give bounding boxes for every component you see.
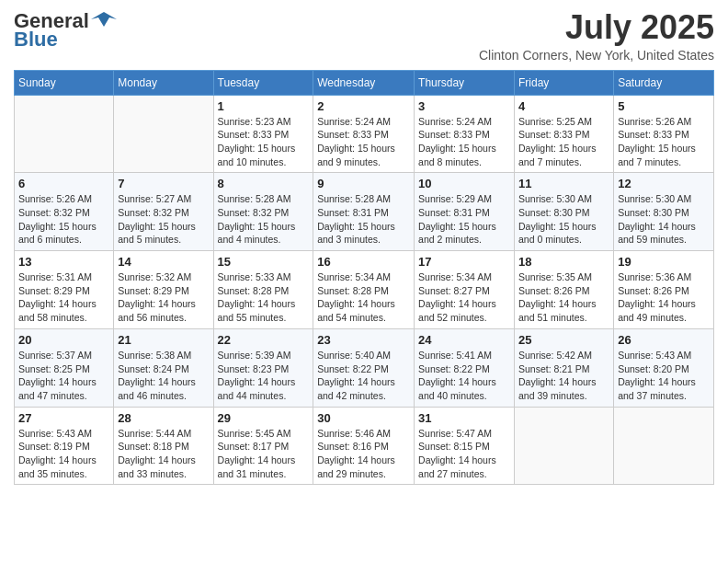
weekday-header-cell: Sunday — [15, 70, 114, 95]
day-number: 22 — [218, 333, 310, 347]
day-info: Sunrise: 5:23 AMSunset: 8:33 PMDaylight:… — [218, 115, 310, 169]
day-number: 23 — [317, 333, 410, 347]
calendar-cell: 13Sunrise: 5:31 AMSunset: 8:29 PMDayligh… — [15, 251, 114, 329]
day-number: 12 — [618, 177, 710, 190]
day-info: Sunrise: 5:38 AMSunset: 8:24 PMDaylight:… — [118, 349, 209, 403]
day-info: Sunrise: 5:28 AMSunset: 8:31 PMDaylight:… — [317, 192, 410, 247]
day-info: Sunrise: 5:40 AMSunset: 8:22 PMDaylight:… — [317, 349, 410, 403]
day-number: 4 — [518, 99, 609, 113]
calendar-cell: 8Sunrise: 5:28 AMSunset: 8:32 PMDaylight… — [213, 173, 313, 251]
page-header: General Blue July 2025 Clinton Corners, … — [14, 9, 714, 63]
calendar-cell: 11Sunrise: 5:30 AMSunset: 8:30 PMDayligh… — [514, 173, 613, 251]
calendar-row: 13Sunrise: 5:31 AMSunset: 8:29 PMDayligh… — [15, 251, 714, 329]
day-info: Sunrise: 5:43 AMSunset: 8:19 PMDaylight:… — [18, 427, 109, 481]
logo-bird-icon — [91, 10, 117, 29]
day-info: Sunrise: 5:26 AMSunset: 8:33 PMDaylight:… — [618, 115, 710, 169]
weekday-header-cell: Thursday — [415, 70, 515, 95]
day-number: 16 — [317, 255, 410, 269]
day-number: 3 — [418, 99, 510, 113]
calendar-table: SundayMondayTuesdayWednesdayThursdayFrid… — [14, 70, 714, 486]
day-number: 15 — [218, 255, 310, 269]
day-info: Sunrise: 5:24 AMSunset: 8:33 PMDaylight:… — [418, 115, 510, 169]
day-info: Sunrise: 5:27 AMSunset: 8:32 PMDaylight:… — [118, 192, 209, 247]
day-info: Sunrise: 5:32 AMSunset: 8:29 PMDaylight:… — [118, 270, 209, 325]
calendar-cell: 9Sunrise: 5:28 AMSunset: 8:31 PMDaylight… — [313, 173, 415, 251]
day-number: 17 — [418, 255, 510, 269]
day-number: 18 — [518, 255, 609, 269]
calendar-cell: 22Sunrise: 5:39 AMSunset: 8:23 PMDayligh… — [213, 328, 313, 407]
calendar-cell: 26Sunrise: 5:43 AMSunset: 8:20 PMDayligh… — [614, 328, 714, 407]
calendar-cell: 19Sunrise: 5:36 AMSunset: 8:26 PMDayligh… — [614, 251, 714, 329]
calendar-cell: 27Sunrise: 5:43 AMSunset: 8:19 PMDayligh… — [15, 407, 114, 485]
weekday-header-cell: Saturday — [614, 70, 714, 95]
day-info: Sunrise: 5:41 AMSunset: 8:22 PMDaylight:… — [418, 349, 510, 403]
day-info: Sunrise: 5:33 AMSunset: 8:28 PMDaylight:… — [218, 270, 310, 325]
day-info: Sunrise: 5:30 AMSunset: 8:30 PMDaylight:… — [518, 192, 609, 247]
day-info: Sunrise: 5:44 AMSunset: 8:18 PMDaylight:… — [118, 427, 209, 481]
day-number: 13 — [18, 255, 109, 269]
day-info: Sunrise: 5:39 AMSunset: 8:23 PMDaylight:… — [218, 349, 310, 403]
calendar-cell: 30Sunrise: 5:46 AMSunset: 8:16 PMDayligh… — [313, 407, 415, 485]
calendar-cell — [114, 95, 213, 173]
calendar-cell — [514, 407, 613, 485]
calendar-row: 6Sunrise: 5:26 AMSunset: 8:32 PMDaylight… — [15, 173, 714, 251]
calendar-cell: 14Sunrise: 5:32 AMSunset: 8:29 PMDayligh… — [114, 251, 213, 329]
day-number: 24 — [418, 333, 510, 347]
day-number: 8 — [218, 177, 310, 190]
day-number: 14 — [118, 255, 209, 269]
day-info: Sunrise: 5:26 AMSunset: 8:32 PMDaylight:… — [18, 192, 109, 247]
day-info: Sunrise: 5:34 AMSunset: 8:27 PMDaylight:… — [418, 270, 510, 325]
day-number: 20 — [18, 333, 109, 347]
calendar-cell: 5Sunrise: 5:26 AMSunset: 8:33 PMDaylight… — [614, 95, 714, 173]
title-area: July 2025 Clinton Corners, New York, Uni… — [479, 9, 714, 63]
weekday-header-cell: Monday — [114, 70, 213, 95]
logo: General Blue — [14, 9, 117, 52]
day-info: Sunrise: 5:47 AMSunset: 8:15 PMDaylight:… — [418, 427, 510, 481]
calendar-cell: 15Sunrise: 5:33 AMSunset: 8:28 PMDayligh… — [213, 251, 313, 329]
weekday-header-cell: Friday — [514, 70, 613, 95]
calendar-cell: 29Sunrise: 5:45 AMSunset: 8:17 PMDayligh… — [213, 407, 313, 485]
day-info: Sunrise: 5:37 AMSunset: 8:25 PMDaylight:… — [18, 349, 109, 403]
day-info: Sunrise: 5:25 AMSunset: 8:33 PMDaylight:… — [518, 115, 609, 169]
calendar-cell: 3Sunrise: 5:24 AMSunset: 8:33 PMDaylight… — [415, 95, 515, 173]
day-info: Sunrise: 5:28 AMSunset: 8:32 PMDaylight:… — [218, 192, 310, 247]
calendar-cell: 7Sunrise: 5:27 AMSunset: 8:32 PMDaylight… — [114, 173, 213, 251]
day-number: 9 — [317, 177, 410, 190]
day-info: Sunrise: 5:46 AMSunset: 8:16 PMDaylight:… — [317, 427, 410, 481]
day-info: Sunrise: 5:30 AMSunset: 8:30 PMDaylight:… — [618, 192, 710, 247]
calendar-cell: 12Sunrise: 5:30 AMSunset: 8:30 PMDayligh… — [614, 173, 714, 251]
day-number: 2 — [317, 99, 410, 113]
calendar-body: 1Sunrise: 5:23 AMSunset: 8:33 PMDaylight… — [15, 95, 714, 485]
calendar-cell: 1Sunrise: 5:23 AMSunset: 8:33 PMDaylight… — [213, 95, 313, 173]
day-number: 26 — [618, 333, 710, 347]
calendar-cell: 25Sunrise: 5:42 AMSunset: 8:21 PMDayligh… — [514, 328, 613, 407]
day-info: Sunrise: 5:24 AMSunset: 8:33 PMDaylight:… — [317, 115, 410, 169]
calendar-cell: 16Sunrise: 5:34 AMSunset: 8:28 PMDayligh… — [313, 251, 415, 329]
calendar-row: 27Sunrise: 5:43 AMSunset: 8:19 PMDayligh… — [15, 407, 714, 485]
day-info: Sunrise: 5:34 AMSunset: 8:28 PMDaylight:… — [317, 270, 410, 325]
day-info: Sunrise: 5:29 AMSunset: 8:31 PMDaylight:… — [418, 192, 510, 247]
day-number: 27 — [18, 411, 109, 425]
calendar-cell: 4Sunrise: 5:25 AMSunset: 8:33 PMDaylight… — [514, 95, 613, 173]
calendar-row: 1Sunrise: 5:23 AMSunset: 8:33 PMDaylight… — [15, 95, 714, 173]
day-number: 6 — [18, 177, 109, 190]
location-title: Clinton Corners, New York, United States — [479, 48, 714, 63]
day-number: 5 — [618, 99, 710, 113]
logo-blue: Blue — [14, 28, 58, 52]
weekday-header-cell: Tuesday — [213, 70, 313, 95]
day-info: Sunrise: 5:42 AMSunset: 8:21 PMDaylight:… — [518, 349, 609, 403]
day-number: 28 — [118, 411, 209, 425]
calendar-cell: 18Sunrise: 5:35 AMSunset: 8:26 PMDayligh… — [514, 251, 613, 329]
calendar-cell: 23Sunrise: 5:40 AMSunset: 8:22 PMDayligh… — [313, 328, 415, 407]
day-number: 7 — [118, 177, 209, 190]
day-info: Sunrise: 5:45 AMSunset: 8:17 PMDaylight:… — [218, 427, 310, 481]
calendar-cell — [15, 95, 114, 173]
calendar-cell: 10Sunrise: 5:29 AMSunset: 8:31 PMDayligh… — [415, 173, 515, 251]
day-number: 11 — [518, 177, 609, 190]
day-number: 10 — [418, 177, 510, 190]
calendar-cell — [614, 407, 714, 485]
day-number: 29 — [218, 411, 310, 425]
calendar-cell: 2Sunrise: 5:24 AMSunset: 8:33 PMDaylight… — [313, 95, 415, 173]
day-number: 19 — [618, 255, 710, 269]
day-number: 31 — [418, 411, 510, 425]
